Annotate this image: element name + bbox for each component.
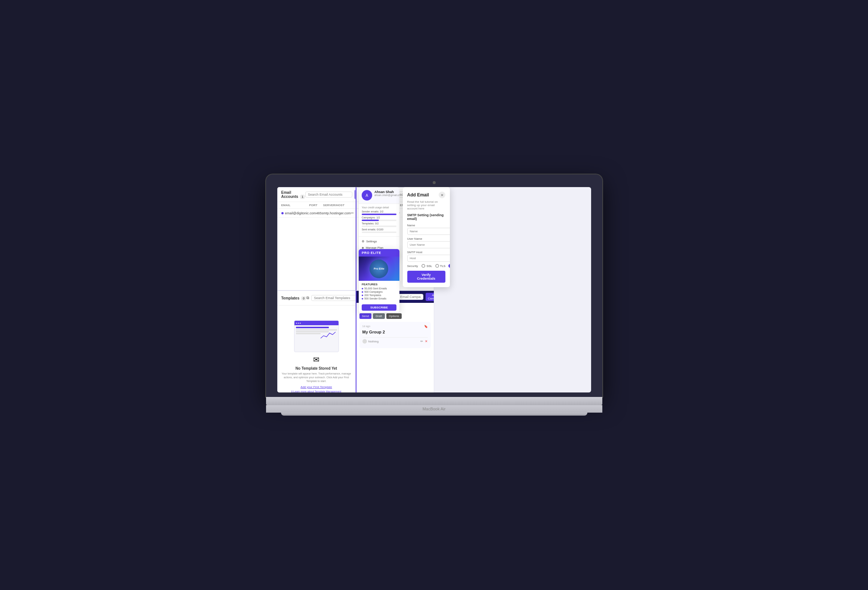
profile-info: Ahsan Shah ahsan.shah@gmail.com — [374, 190, 399, 196]
tls-radio[interactable] — [435, 264, 439, 268]
profile-avatar: A — [362, 190, 372, 201]
template-preview-card — [294, 320, 339, 352]
subscribe-button[interactable]: SUBSCRIBE — [362, 304, 396, 311]
pro-elite-overlay: PRO ELITE Pro Elite FEATURES 50,000 Sent… — [359, 249, 399, 313]
table-row: email@digitonic.com 465 smtp.hostinger.c… — [278, 209, 355, 218]
templates-header: Templates0 ⧉ Add Template — [278, 291, 355, 305]
laptop-foot — [281, 413, 587, 416]
email-cell: email@digitonic.com — [281, 211, 316, 215]
campaign-delete-icon[interactable]: ✕ — [425, 339, 428, 343]
template-preview-body — [294, 325, 339, 336]
feature-bullet — [362, 295, 363, 296]
username-field-group: User Name — [407, 237, 450, 248]
verify-button-container: Verify Credentials — [407, 271, 445, 283]
feature-bullet — [362, 298, 363, 299]
email-accounts-header: Email Accounts1 Add Account — [278, 187, 355, 202]
add-email-title: Add Email — [407, 192, 429, 198]
campaign-name: My Group 2 — [362, 330, 428, 334]
feature-item: 50,000 Sent Emails — [362, 287, 396, 290]
templates-title: Templates0 — [281, 296, 307, 300]
laptop: Email Accounts1 Add Account EMAIL PORT S… — [266, 174, 602, 416]
name-label: Name — [407, 224, 450, 227]
close-button[interactable]: ✕ — [439, 192, 445, 198]
username-label: User Name — [407, 237, 450, 240]
none-option[interactable]: None — [448, 264, 450, 268]
add-campaign-button[interactable]: Add Campaign — [426, 293, 434, 301]
credit-bar-fill — [362, 214, 396, 215]
template-preview-header — [294, 321, 339, 325]
credit-bar-container — [362, 232, 396, 233]
preview-line — [296, 333, 321, 334]
credit-item: Sender emails: 2/2 — [362, 210, 396, 213]
add-email-subtitle: Read the full tutorial on setting up you… — [407, 200, 445, 210]
campaign-card: 1d ago 🔖 My Group 2 Nothing ✏ ✕ — [359, 322, 431, 348]
security-row: Security SSL TLS — [407, 264, 445, 268]
laptop-label: MacBook Air — [266, 405, 602, 413]
learn-more-link[interactable]: ℹ Learn more about Template Management — [291, 390, 341, 392]
username-input[interactable] — [407, 241, 450, 248]
features-title: FEATURES — [362, 283, 396, 286]
campaigns-action-buttons: Send Draft Options — [359, 313, 431, 319]
none-radio[interactable] — [448, 264, 450, 268]
credit-item: Templates: 0/2 — [362, 222, 396, 225]
nothing-icon — [362, 339, 367, 344]
edit-icon[interactable]: ✏ — [351, 211, 354, 215]
ssl-option[interactable]: SSL — [421, 264, 432, 268]
smtp-title: SMTP Setting (sending email) — [407, 213, 445, 221]
security-radio-group: SSL TLS None — [421, 264, 450, 268]
verify-credentials-button[interactable]: Verify Credentials — [407, 271, 445, 283]
chart-mini-icon — [321, 330, 336, 339]
filter-icon[interactable]: ⧉ — [306, 296, 309, 300]
ssl-radio[interactable] — [421, 264, 425, 268]
no-template-desc: Your template will appear here. Track pe… — [281, 372, 352, 383]
feature-item: 500 Sender Emails — [362, 297, 396, 300]
options-button[interactable]: Options — [386, 313, 402, 319]
security-label: Security — [407, 264, 418, 268]
smtp-host-label: SMTP Host — [407, 251, 450, 254]
campaign-nothing-row: Nothing ✏ ✕ — [362, 337, 428, 345]
camera — [433, 181, 436, 184]
preview-dot — [296, 323, 297, 324]
username-password-row: User Name Password — [407, 237, 445, 248]
templates-search[interactable] — [311, 295, 355, 301]
profile-header: A Ahsan Shah ahsan.shah@gmail.com — [359, 187, 399, 204]
pro-elite-header: PRO ELITE — [359, 249, 399, 257]
user-profile-overlay: A Ahsan Shah ahsan.shah@gmail.com Your c… — [359, 187, 399, 259]
settings-menu-item[interactable]: ⚙ Settings — [359, 238, 399, 245]
email-accounts-title: Email Accounts1 — [281, 190, 306, 199]
smtp-host-field-group: SMTP Host — [407, 251, 450, 262]
send-button[interactable]: Send — [359, 313, 372, 319]
preview-dot — [300, 323, 301, 324]
add-first-template-link[interactable]: Add your First Template — [300, 385, 332, 389]
template-empty-state: ✉ No Template Stored Yet Your template w… — [278, 305, 355, 392]
smtp-host-input[interactable] — [407, 255, 450, 262]
screen-bezel: Email Accounts1 Add Account EMAIL PORT S… — [266, 174, 602, 397]
templates-panel: Templates0 ⧉ Add Template — [277, 291, 356, 392]
templates-actions: ⧉ Add Template — [306, 293, 355, 303]
draft-button[interactable]: Draft — [373, 313, 384, 319]
bookmark-icon: 🔖 — [424, 325, 428, 328]
credit-section: Your credit usage detail Sender emails: … — [359, 204, 399, 236]
feature-item: 500 Campaigns — [362, 291, 396, 293]
name-field-group: Name — [407, 224, 450, 235]
screen: Email Accounts1 Add Account EMAIL PORT S… — [277, 187, 591, 392]
profile-name: Ahsan Shah — [374, 190, 399, 194]
name-input[interactable] — [407, 228, 450, 235]
row-actions: ✏ ✕ — [351, 211, 356, 215]
email-accounts-search[interactable] — [305, 192, 352, 198]
credit-item: Campaigns: 1/2 — [362, 216, 396, 219]
envelope-icon: ✉ — [313, 355, 319, 364]
tls-option[interactable]: TLS — [435, 264, 446, 268]
credit-bar-container — [362, 220, 396, 221]
campaign-edit-icon[interactable]: ✏ — [420, 339, 423, 343]
campaign-edit-icons: ✏ ✕ — [420, 339, 428, 343]
email-accounts-table-header: EMAIL PORT SERVER/HOST — [278, 202, 355, 209]
preview-dot — [298, 323, 299, 324]
credit-bar-container — [362, 214, 396, 215]
feature-bullet — [362, 288, 363, 289]
pro-elite-image: Pro Elite — [359, 257, 399, 281]
campaign-card-header: 1d ago 🔖 — [362, 325, 428, 328]
campaign-time: 1d ago — [362, 325, 370, 327]
email-status-dot — [281, 212, 284, 214]
feature-bullet — [362, 291, 363, 293]
